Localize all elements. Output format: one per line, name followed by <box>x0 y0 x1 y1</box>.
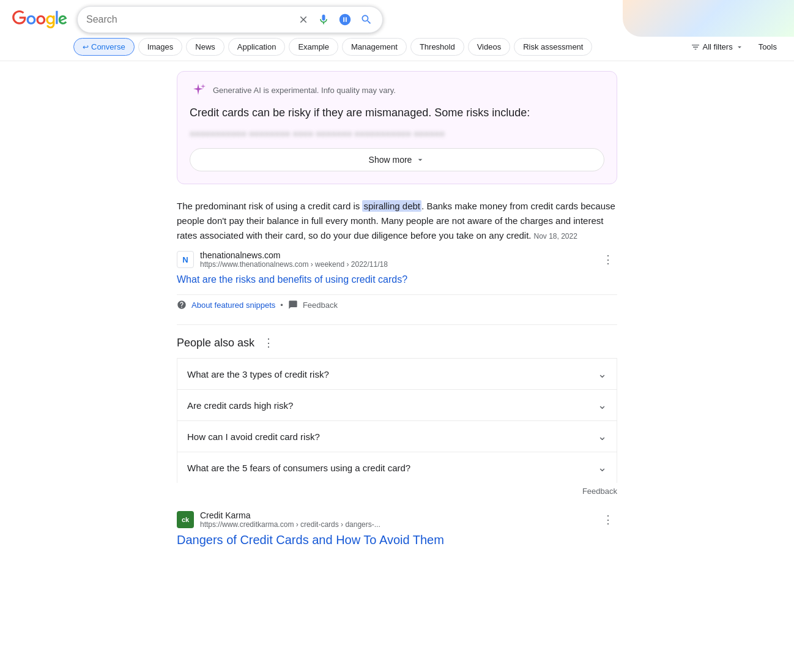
filter-label-images: Images <box>147 42 174 51</box>
tools-label: Tools <box>759 42 777 51</box>
paa-question-3: How can I avoid credit card risk? <box>187 431 320 442</box>
filter-chip-threshold[interactable]: Threshold <box>410 38 464 56</box>
snippet-text-before: The predominant risk of using a credit c… <box>177 201 362 211</box>
snippet-footer: About featured snippets • Feedback <box>177 294 617 310</box>
google-search-button[interactable] <box>359 12 374 27</box>
filter-label-application: Application <box>237 42 276 51</box>
search-input[interactable]: credit card risk <box>86 14 297 25</box>
filter-label-videos: Videos <box>477 42 502 51</box>
filters-right: All filters Tools <box>686 39 782 56</box>
result-source-row: ck Credit Karma https://www.creditkarma.… <box>177 510 617 529</box>
paa-feedback[interactable]: Feedback <box>177 487 617 496</box>
main-content: Generative AI is experimental. Info qual… <box>165 61 629 570</box>
paa-item-1[interactable]: What are the 3 types of credit risk? ⌄ <box>177 358 617 389</box>
paa-title: People also ask <box>177 337 254 349</box>
header: credit card risk <box>0 0 794 33</box>
show-more-label: Show more <box>369 155 412 165</box>
ai-blurred-text: ●●●●●●●●●●● ●●●●●●●● ●●●● ●●●●●●● ●●●●●●… <box>190 129 604 138</box>
filter-chip-images[interactable]: Images <box>138 38 183 56</box>
voice-search-button[interactable] <box>316 12 331 27</box>
filter-label-example: Example <box>298 42 329 51</box>
source-result-link[interactable]: What are the risks and benefits of using… <box>177 274 407 285</box>
ai-sparkle-icon <box>190 81 207 99</box>
paa-chevron-3: ⌄ <box>598 430 607 443</box>
people-also-ask-section: People also ask ⋮ What are the 3 types o… <box>177 335 617 496</box>
search-bar[interactable]: credit card risk <box>77 6 383 33</box>
feedback-icon <box>288 300 298 310</box>
source-icon: N <box>177 251 194 268</box>
filter-chip-converse[interactable]: ↩ Converse <box>73 38 135 56</box>
featured-snippet: The predominant risk of using a credit c… <box>177 199 617 310</box>
show-more-button[interactable]: Show more <box>190 148 604 171</box>
ai-header: Generative AI is experimental. Info qual… <box>190 81 604 99</box>
result-card-credit-karma: ck Credit Karma https://www.creditkarma.… <box>177 510 617 548</box>
result-source-icon: ck <box>177 511 194 528</box>
source-row: N thenationalnews.com https://www.thenat… <box>177 250 617 269</box>
result-source-info: Credit Karma https://www.creditkarma.com… <box>200 510 593 529</box>
lens-search-button[interactable] <box>337 12 353 28</box>
filter-chip-example[interactable]: Example <box>289 38 338 56</box>
snippet-feedback-link[interactable]: Feedback <box>303 301 338 310</box>
snippet-date: Nov 18, 2022 <box>534 232 577 241</box>
footer-separator: • <box>280 301 283 310</box>
filter-label-converse: Converse <box>91 42 125 51</box>
all-filters-button[interactable]: All filters <box>686 39 749 56</box>
filter-label-risk-assessment: Risk assessment <box>523 42 583 51</box>
help-icon <box>177 300 187 310</box>
snippet-text-highlight: spiralling debt <box>362 200 421 212</box>
result-source-name: Credit Karma <box>200 510 593 520</box>
source-info: thenationalnews.com https://www.thenatio… <box>200 250 593 269</box>
filter-chip-videos[interactable]: Videos <box>468 38 511 56</box>
paa-chevron-1: ⌄ <box>598 367 607 381</box>
filter-label-management: Management <box>351 42 398 51</box>
header-decoration <box>623 0 794 37</box>
paa-item-4[interactable]: What are the 5 fears of consumers using … <box>177 452 617 483</box>
result-more-button[interactable]: ⋮ <box>599 512 617 528</box>
filter-chip-management[interactable]: Management <box>342 38 407 56</box>
result-source-url: https://www.creditkarma.com › credit-car… <box>200 520 593 529</box>
google-logo <box>12 9 67 31</box>
paa-item-2[interactable]: Are credit cards high risk? ⌄ <box>177 389 617 420</box>
snippet-text: The predominant risk of using a credit c… <box>177 199 617 243</box>
filters-bar: ↩ Converse Images News Application Examp… <box>0 33 794 61</box>
paa-question-1: What are the 3 types of credit risk? <box>187 369 329 379</box>
filter-chip-application[interactable]: Application <box>228 38 286 56</box>
filter-label-threshold: Threshold <box>420 42 455 51</box>
converse-arrow-icon: ↩ <box>83 43 89 51</box>
paa-item-3[interactable]: How can I avoid credit card risk? ⌄ <box>177 420 617 452</box>
paa-chevron-2: ⌄ <box>598 398 607 412</box>
source-more-button[interactable]: ⋮ <box>599 252 617 267</box>
tools-button[interactable]: Tools <box>754 39 782 55</box>
source-url: https://www.thenationalnews.com › weeken… <box>200 260 593 269</box>
source-name: thenationalnews.com <box>200 250 593 260</box>
clear-search-button[interactable] <box>297 13 310 26</box>
about-snippets-link[interactable]: About featured snippets <box>191 301 275 310</box>
divider-1 <box>177 324 617 325</box>
ai-disclaimer-text: Generative AI is experimental. Info qual… <box>213 86 396 95</box>
filter-chip-news[interactable]: News <box>186 38 224 56</box>
paa-more-button[interactable]: ⋮ <box>259 335 278 351</box>
paa-header: People also ask ⋮ <box>177 335 617 351</box>
paa-question-4: What are the 5 fears of consumers using … <box>187 463 410 473</box>
filter-chip-risk-assessment[interactable]: Risk assessment <box>514 38 592 56</box>
result-title-link[interactable]: Dangers of Credit Cards and How To Avoid… <box>177 533 444 547</box>
ai-main-text: Credit cards can be risky if they are mi… <box>190 105 604 121</box>
all-filters-label: All filters <box>703 42 733 51</box>
ai-generative-box: Generative AI is experimental. Info qual… <box>177 71 617 184</box>
paa-chevron-4: ⌄ <box>598 461 607 474</box>
filter-label-news: News <box>195 42 215 51</box>
paa-question-2: Are credit cards high risk? <box>187 400 293 411</box>
